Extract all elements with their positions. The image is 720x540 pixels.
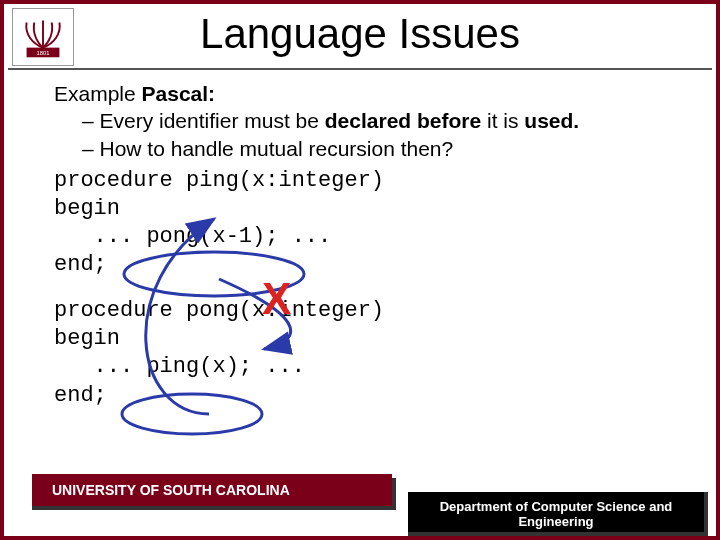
code1-l3: ... pong(x-1); ... [54,224,331,249]
bullet-1: Every identifier must be declared before… [82,108,686,134]
code1-l4: end; [54,252,107,277]
banner-dept-l2: Engineering [518,514,593,529]
code2-l2: begin [54,326,120,351]
code2-l4: end; [54,383,107,408]
example-label: Example [54,82,142,105]
banner-department: Department of Computer Science and Engin… [408,492,704,532]
slide-title: Language Issues [4,4,716,58]
code-block-pong: procedure pong(x:integer) begin ... ping… [54,297,686,410]
bullet1-part-b: declared before [325,109,481,132]
slide-body: Example Pascal: Every identifier must be… [54,82,686,410]
example-lang: Pascal: [142,82,216,105]
example-heading: Example Pascal: [54,82,686,106]
bullet-2: How to handle mutual recursion then? [82,136,686,162]
title-divider [8,68,712,70]
banner-left-shadow: UNIVERSITY OF SOUTH CAROLINA [32,478,396,510]
slide: 1801 Language Issues Example Pascal: Eve… [0,0,720,540]
bullet1-part-a: Every identifier must be [100,109,325,132]
code1-l2: begin [54,196,120,221]
code2-l3: ... ping(x); ... [54,354,305,379]
code1-l1: procedure ping(x:integer) [54,168,384,193]
bullet1-part-d: used. [524,109,579,132]
banner-university: UNIVERSITY OF SOUTH CAROLINA [32,474,392,506]
banner-dept-l1: Department of Computer Science and [440,499,673,514]
code2-l1: procedure pong(x:integer) [54,298,384,323]
banner-right-shadow: Department of Computer Science and Engin… [408,492,708,536]
bullet1-part-c: it is [481,109,524,132]
code-block-ping: procedure ping(x:integer) begin ... pong… [54,167,686,280]
